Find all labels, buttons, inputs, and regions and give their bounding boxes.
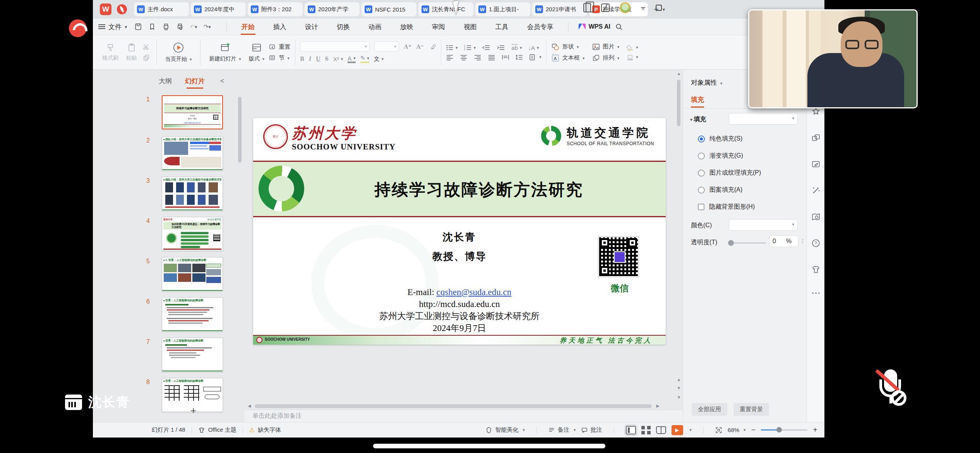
font-size-select[interactable]: ▾ — [374, 41, 399, 51]
decrease-font-icon[interactable]: A⁻ — [416, 43, 424, 50]
textbox-button[interactable]: A 文本框 ▾ — [551, 54, 585, 62]
missing-font-warning[interactable]: ⚠ 缺失字体 — [249, 426, 281, 434]
increase-indent-icon[interactable] — [497, 45, 505, 51]
tab-list-caret-icon[interactable]: ▾ — [663, 7, 665, 12]
shape-switch-icon[interactable] — [811, 133, 821, 142]
spin-down-icon[interactable]: ˅ — [802, 241, 804, 244]
print-preview-icon[interactable] — [176, 23, 184, 31]
output-icon[interactable] — [148, 23, 156, 31]
scroll-down-icon[interactable]: ▼ — [676, 395, 682, 400]
picture-button[interactable]: 图片 ▾ — [592, 43, 620, 51]
reset-button[interactable]: 重置 — [268, 43, 290, 51]
solid-fill-option[interactable]: 纯色填充(S) — [698, 135, 742, 143]
radio-icon[interactable] — [698, 170, 705, 177]
font-family-select[interactable]: ▾ — [300, 41, 370, 51]
normal-view-button[interactable] — [626, 426, 636, 434]
increase-font-icon[interactable]: A⁺ — [404, 43, 411, 50]
slide-thumbnail-7[interactable]: 7 背景：人工智能驱动的故障诊断 — [159, 338, 232, 372]
slide-thumbnail-6[interactable]: 6 背景：人工智能驱动的故障诊断 — [159, 297, 232, 331]
doc-tab-5[interactable]: W NSFC 2015 — [362, 2, 416, 16]
radio-icon[interactable] — [698, 187, 705, 194]
slide-thumbnail-preview[interactable]: 苏州大学 轨道交通学院 知识积累VS灾难性遗忘：持续学习故障诊断方法研究 — [162, 217, 223, 251]
doc-tab-4[interactable]: W 2020年产学 — [305, 2, 360, 16]
hide-background-option[interactable]: 隐藏背景图形(H) — [698, 203, 755, 211]
highlight-button[interactable]: ✎▾ — [360, 55, 369, 63]
previous-slide-icon[interactable]: ▲ — [676, 377, 682, 382]
color-select[interactable] — [729, 219, 798, 231]
radio-selected-icon[interactable] — [698, 136, 705, 142]
zoom-slider[interactable] — [761, 429, 807, 431]
file-menu[interactable]: 文件 ▾ — [98, 22, 127, 31]
minimize-button[interactable]: − — [641, 3, 646, 13]
webcam-video-overlay[interactable] — [748, 9, 918, 108]
text-direction-icon[interactable]: ↓A▾ — [528, 45, 539, 51]
print-icon[interactable] — [162, 23, 170, 31]
zoom-in-button[interactable]: + — [813, 426, 817, 434]
outline-color-icon[interactable]: ▾ — [626, 54, 638, 60]
fill-color-icon[interactable]: ▾ — [626, 45, 638, 51]
slide-sorter-view-button[interactable] — [641, 426, 651, 434]
next-slide-icon[interactable]: ▼ — [676, 386, 682, 390]
contact-block[interactable]: E-mail: cqshen@suda.edu.cn http://mcd.su… — [253, 286, 666, 334]
collapse-sidebar-icon[interactable]: < — [220, 77, 224, 85]
doc-tab-1[interactable]: W 主件.docx — [134, 2, 189, 16]
checkbox-icon[interactable] — [698, 204, 704, 210]
slide-thumbnail-preview[interactable]: 团队介绍：苏州大学工业测控与设备诊断技术研究所 — [162, 136, 223, 170]
bold-button[interactable]: B — [300, 55, 304, 62]
account-avatar[interactable] — [620, 2, 630, 13]
map-search-icon[interactable] — [811, 212, 821, 221]
add-slide-button[interactable]: + — [190, 405, 196, 417]
slide-thumbnail-5[interactable]: 5 1. 背景：人工智能驱动的故障诊断 — [159, 257, 232, 291]
multi-window-icon[interactable] — [583, 3, 591, 12]
copy-icon[interactable] — [142, 54, 150, 61]
slide-title[interactable]: 持续学习故障诊断方法研究 — [315, 179, 642, 201]
sidebar-scrollbar[interactable] — [238, 97, 242, 163]
notes-button[interactable]: 备注▾ — [548, 426, 576, 434]
fill-section-header[interactable]: 填充 — [690, 115, 706, 124]
phonetic-guide-button[interactable]: 文▾ — [374, 55, 384, 63]
superscript-button[interactable]: X²▾ — [333, 56, 343, 62]
numbered-list-icon[interactable]: 123▾ — [464, 45, 476, 51]
slide-thumbnail-preview[interactable]: 团队介绍：苏州大学工业测控与设备诊断技术研究所 — [162, 177, 223, 211]
scroll-left-icon[interactable]: ◀ — [248, 403, 251, 408]
magic-wand-icon[interactable] — [811, 186, 821, 195]
play-from-current-button[interactable]: 当页开始 ▾ — [161, 41, 195, 63]
conference-app-icon[interactable] — [69, 19, 87, 37]
shapes-button[interactable]: 形状 ▾ — [551, 43, 585, 51]
zoom-level[interactable]: 68%▾ — [728, 427, 746, 433]
menu-design[interactable]: 设计 — [296, 19, 327, 35]
email-link[interactable]: cqshen@suda.edu.cn — [437, 287, 512, 297]
slide-thumbnail-preview[interactable]: 1. 背景：人工智能驱动的故障诊断 — [162, 257, 223, 291]
slide-editor[interactable]: 苏大 苏州大学 SOOCHOW UNIVERSITY 轨道交通学院 SCHOOL… — [253, 118, 666, 345]
doc-tab-2[interactable]: W 2024年度中 — [191, 2, 246, 16]
font-color-button[interactable]: A▾ — [348, 55, 356, 63]
panel-title[interactable]: 对象属性 ▾ — [691, 78, 722, 87]
undo-icon[interactable]: ↶▾ — [190, 23, 197, 30]
tab-slides[interactable]: 幻灯片 — [185, 77, 205, 86]
smart-typeset-icon[interactable]: ▾ — [529, 54, 541, 60]
wps-ai-button[interactable]: WPS AI — [579, 23, 610, 30]
slider-knob[interactable] — [728, 240, 734, 246]
format-painter-button[interactable]: 格式刷 — [98, 42, 122, 62]
slide-thumbnail-3[interactable]: 3 团队介绍：苏州大学工业测控与设备诊断技术研究所 — [159, 177, 232, 211]
doc-tab-3[interactable]: W 附件3：202 — [248, 2, 303, 16]
new-slide-button[interactable]: 新建幻灯片 ▾ — [205, 41, 245, 63]
clear-format-icon[interactable] — [428, 43, 436, 50]
menu-animation[interactable]: 动画 — [359, 19, 391, 35]
microphone-muted-button[interactable] — [874, 369, 909, 409]
leaf-app-icon[interactable] — [117, 4, 127, 14]
bullet-list-icon[interactable]: ▾ — [446, 45, 458, 51]
redo-icon[interactable]: ↷▾ — [204, 23, 211, 30]
menu-slideshow[interactable]: 放映 — [391, 19, 423, 35]
menu-transition[interactable]: 切换 — [327, 19, 359, 35]
slide-thumbnail-preview[interactable]: 背景：人工智能驱动的故障诊断 — [162, 297, 223, 331]
reading-view-button[interactable] — [656, 426, 666, 434]
fill-style-select[interactable] — [729, 113, 798, 125]
arrange-button[interactable]: 排列 ▾ — [592, 54, 620, 62]
reset-background-button[interactable]: 重置背景 — [733, 403, 769, 416]
notes-bar[interactable]: 单击此处添加备注 — [245, 410, 683, 422]
slideshow-play-button[interactable]: ▶ — [672, 425, 683, 435]
picture-fill-option[interactable]: 图片或纹理填充(P) — [698, 169, 761, 177]
slide-thumbnail-preview[interactable]: 持续学习故障诊断方法研究 沈长青 教授、博导 cqshen@suda.edu.c… — [162, 95, 223, 129]
pattern-fill-option[interactable]: 图案填充(A) — [698, 186, 742, 194]
